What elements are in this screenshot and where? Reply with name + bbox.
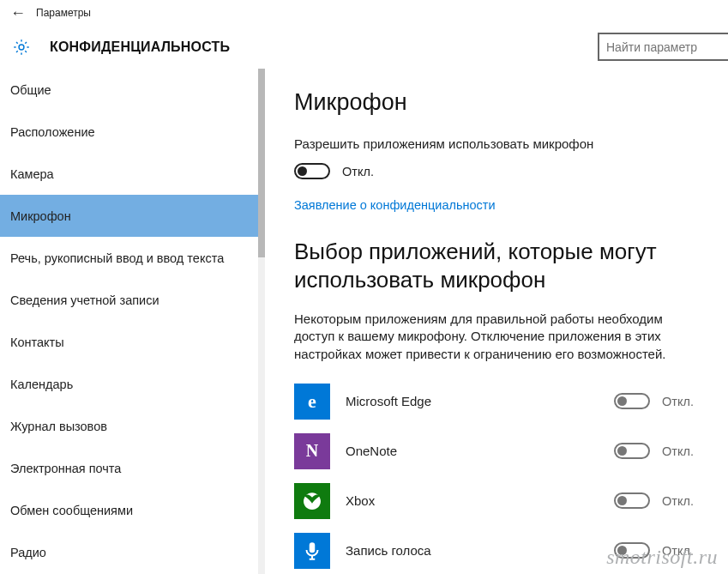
sidebar-scrollbar-thumb[interactable] <box>258 69 265 257</box>
sidebar-item-label: Расположение <box>10 125 95 139</box>
sidebar-item-3[interactable]: Микрофон <box>0 195 258 237</box>
app-name-label: Microsoft Edge <box>346 394 599 408</box>
sidebar-item-1[interactable]: Расположение <box>0 111 258 153</box>
app-toggle-state: Откл. <box>662 494 694 508</box>
app-toggle-state: Откл. <box>662 395 694 408</box>
sidebar-item-9[interactable]: Электронная почта <box>0 447 258 489</box>
xbox-icon <box>294 483 330 519</box>
app-toggle-state: Откл. <box>662 544 694 558</box>
gear-icon <box>12 38 31 57</box>
back-button[interactable]: ← <box>10 4 36 22</box>
toggle-knob <box>617 546 627 555</box>
choose-apps-title: Выбор приложений, которые могут использо… <box>294 238 694 293</box>
toggle-knob <box>617 396 627 406</box>
sidebar-item-label: Микрофон <box>10 209 71 223</box>
svg-point-0 <box>19 45 24 50</box>
app-toggle[interactable] <box>614 492 650 509</box>
app-toggle-group: Откл. <box>614 393 694 409</box>
sidebar-item-label: Контакты <box>10 335 64 349</box>
app-toggle[interactable] <box>614 542 650 559</box>
sidebar-item-5[interactable]: Сведения учетной записи <box>0 279 258 321</box>
sidebar-item-label: Общие <box>10 83 51 97</box>
svg-rect-2 <box>310 542 316 553</box>
page-category-title: КОНФИДЕНЦИАЛЬНОСТЬ <box>50 39 230 55</box>
app-name-label: Запись голоса <box>346 543 599 558</box>
sidebar-item-0[interactable]: Общие <box>0 69 258 111</box>
app-row-2: XboxОткл. <box>294 483 694 519</box>
sidebar-item-label: Обмен сообщениями <box>10 504 133 517</box>
allow-apps-toggle-state: Откл. <box>342 165 374 178</box>
sidebar-item-label: Сведения учетной записи <box>10 293 159 307</box>
allow-apps-label: Разрешить приложениям использовать микро… <box>294 136 694 151</box>
sidebar-item-7[interactable]: Календарь <box>0 363 258 405</box>
privacy-statement-link[interactable]: Заявление о конфиденциальности <box>294 198 694 212</box>
toggle-knob <box>298 166 307 176</box>
app-toggle-group: Откл. <box>614 542 694 559</box>
app-row-3: Запись голосаОткл. <box>294 533 694 569</box>
window-title: Параметры <box>36 7 91 19</box>
app-row-0: eMicrosoft EdgeОткл. <box>294 384 694 420</box>
app-name-label: Xbox <box>346 493 599 508</box>
sidebar-item-label: Календарь <box>10 378 73 391</box>
sidebar: ОбщиеРасположениеКамераМикрофонРечь, рук… <box>0 69 265 574</box>
edge-icon: e <box>294 384 330 420</box>
sidebar-item-11[interactable]: Радио <box>0 531 258 573</box>
sidebar-item-10[interactable]: Обмен сообщениями <box>0 489 258 531</box>
app-toggle[interactable] <box>614 443 650 459</box>
sidebar-item-label: Речь, рукописный ввод и ввод текста <box>10 251 224 265</box>
sidebar-scrollbar-track[interactable] <box>258 69 265 574</box>
sidebar-item-label: Камера <box>10 167 54 181</box>
app-row-1: NOneNoteОткл. <box>294 433 694 469</box>
sidebar-item-label: Радио <box>10 546 46 559</box>
sidebar-item-label: Журнал вызовов <box>10 420 107 433</box>
content-pane: Микрофон Разрешить приложениям использов… <box>265 69 728 574</box>
onenote-icon: N <box>294 433 330 469</box>
app-name-label: OneNote <box>346 444 599 458</box>
sidebar-item-6[interactable]: Контакты <box>0 321 258 363</box>
toggle-knob <box>617 446 627 456</box>
toggle-knob <box>617 496 627 505</box>
search-input[interactable] <box>598 33 728 61</box>
app-toggle[interactable] <box>614 393 650 409</box>
sidebar-item-label: Электронная почта <box>10 462 121 475</box>
voice-recorder-icon <box>294 533 330 569</box>
app-toggle-group: Откл. <box>614 443 694 459</box>
choose-apps-description: Некоторым приложениям для правильной раб… <box>294 311 694 363</box>
app-toggle-state: Откл. <box>662 444 694 458</box>
allow-apps-toggle[interactable] <box>294 163 330 179</box>
sidebar-item-4[interactable]: Речь, рукописный ввод и ввод текста <box>0 237 258 279</box>
app-toggle-group: Откл. <box>614 492 694 509</box>
sidebar-item-8[interactable]: Журнал вызовов <box>0 405 258 447</box>
sidebar-item-2[interactable]: Камера <box>0 153 258 195</box>
page-title: Микрофон <box>294 89 694 116</box>
